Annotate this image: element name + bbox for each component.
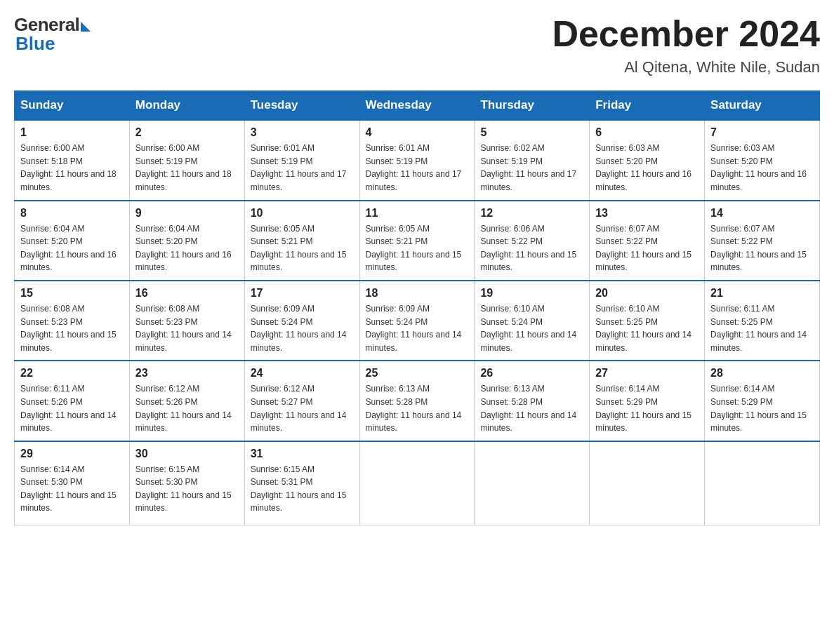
calendar-cell: 4Sunrise: 6:01 AMSunset: 5:19 PMDaylight…: [359, 120, 475, 200]
day-number: 3: [251, 126, 354, 139]
calendar-cell: 26Sunrise: 6:13 AMSunset: 5:28 PMDayligh…: [475, 361, 590, 441]
day-number: 16: [135, 287, 239, 300]
day-info: Sunrise: 6:10 AMSunset: 5:25 PMDaylight:…: [595, 302, 699, 354]
day-info: Sunrise: 6:15 AMSunset: 5:31 PMDaylight:…: [251, 463, 354, 515]
calendar-cell: [475, 441, 590, 525]
day-info: Sunrise: 6:11 AMSunset: 5:26 PMDaylight:…: [20, 382, 124, 434]
calendar-cell: 5Sunrise: 6:02 AMSunset: 5:19 PMDaylight…: [475, 120, 590, 200]
day-info: Sunrise: 6:01 AMSunset: 5:19 PMDaylight:…: [251, 142, 354, 194]
day-number: 13: [595, 207, 699, 220]
calendar-header-saturday: Saturday: [705, 91, 820, 121]
day-number: 14: [710, 207, 814, 220]
day-number: 9: [135, 207, 239, 220]
day-info: Sunrise: 6:08 AMSunset: 5:23 PMDaylight:…: [20, 302, 124, 354]
day-number: 28: [710, 367, 814, 380]
calendar-cell: 8Sunrise: 6:04 AMSunset: 5:20 PMDaylight…: [15, 201, 130, 281]
calendar-header-friday: Friday: [590, 91, 705, 121]
calendar-header-wednesday: Wednesday: [359, 91, 475, 121]
calendar-week-row: 29Sunrise: 6:14 AMSunset: 5:30 PMDayligh…: [15, 441, 820, 525]
calendar-cell: 3Sunrise: 6:01 AMSunset: 5:19 PMDaylight…: [244, 120, 359, 200]
day-number: 15: [20, 287, 124, 300]
calendar-cell: 25Sunrise: 6:13 AMSunset: 5:28 PMDayligh…: [359, 361, 475, 441]
day-number: 5: [480, 126, 583, 139]
calendar-cell: [590, 441, 705, 525]
logo: General Blue: [14, 14, 91, 55]
day-number: 2: [135, 126, 239, 139]
calendar-header-sunday: Sunday: [15, 91, 130, 121]
calendar-cell: 21Sunrise: 6:11 AMSunset: 5:25 PMDayligh…: [705, 281, 820, 361]
day-number: 7: [710, 126, 814, 139]
day-info: Sunrise: 6:13 AMSunset: 5:28 PMDaylight:…: [366, 382, 469, 434]
header: General Blue December 2024 Al Qitena, Wh…: [14, 14, 820, 76]
calendar-cell: [705, 441, 820, 525]
calendar-cell: 7Sunrise: 6:03 AMSunset: 5:20 PMDaylight…: [705, 120, 820, 200]
day-number: 19: [480, 287, 583, 300]
calendar-cell: 17Sunrise: 6:09 AMSunset: 5:24 PMDayligh…: [244, 281, 359, 361]
calendar-cell: 1Sunrise: 6:00 AMSunset: 5:18 PMDaylight…: [15, 120, 130, 200]
day-info: Sunrise: 6:12 AMSunset: 5:27 PMDaylight:…: [251, 382, 354, 434]
day-number: 31: [251, 448, 354, 460]
month-title: December 2024: [552, 14, 820, 54]
calendar-cell: 16Sunrise: 6:08 AMSunset: 5:23 PMDayligh…: [129, 281, 244, 361]
day-number: 30: [135, 448, 239, 460]
logo-arrow-icon: [81, 22, 91, 32]
day-number: 10: [251, 207, 354, 220]
day-number: 23: [135, 367, 239, 380]
calendar-cell: 18Sunrise: 6:09 AMSunset: 5:24 PMDayligh…: [359, 281, 475, 361]
logo-blue-text: Blue: [15, 33, 55, 55]
day-number: 17: [251, 287, 354, 300]
day-info: Sunrise: 6:14 AMSunset: 5:30 PMDaylight:…: [20, 463, 124, 515]
calendar-week-row: 15Sunrise: 6:08 AMSunset: 5:23 PMDayligh…: [15, 281, 820, 361]
day-number: 27: [595, 367, 699, 380]
calendar-header-monday: Monday: [129, 91, 244, 121]
calendar-cell: 20Sunrise: 6:10 AMSunset: 5:25 PMDayligh…: [590, 281, 705, 361]
day-number: 22: [20, 367, 124, 380]
day-info: Sunrise: 6:05 AMSunset: 5:21 PMDaylight:…: [251, 222, 354, 274]
day-info: Sunrise: 6:09 AMSunset: 5:24 PMDaylight:…: [366, 302, 469, 354]
day-number: 4: [366, 126, 469, 139]
day-info: Sunrise: 6:07 AMSunset: 5:22 PMDaylight:…: [595, 222, 699, 274]
calendar-cell: 19Sunrise: 6:10 AMSunset: 5:24 PMDayligh…: [475, 281, 590, 361]
day-number: 26: [480, 367, 583, 380]
calendar-cell: 14Sunrise: 6:07 AMSunset: 5:22 PMDayligh…: [705, 201, 820, 281]
day-info: Sunrise: 6:00 AMSunset: 5:19 PMDaylight:…: [135, 142, 239, 194]
calendar-header-thursday: Thursday: [475, 91, 590, 121]
day-number: 29: [20, 448, 124, 460]
day-number: 18: [366, 287, 469, 300]
calendar-cell: 12Sunrise: 6:06 AMSunset: 5:22 PMDayligh…: [475, 201, 590, 281]
calendar-cell: 28Sunrise: 6:14 AMSunset: 5:29 PMDayligh…: [705, 361, 820, 441]
calendar-header-row: SundayMondayTuesdayWednesdayThursdayFrid…: [15, 91, 820, 121]
calendar-cell: 27Sunrise: 6:14 AMSunset: 5:29 PMDayligh…: [590, 361, 705, 441]
day-number: 21: [710, 287, 814, 300]
day-number: 20: [595, 287, 699, 300]
calendar-cell: 15Sunrise: 6:08 AMSunset: 5:23 PMDayligh…: [15, 281, 130, 361]
calendar-cell: 2Sunrise: 6:00 AMSunset: 5:19 PMDaylight…: [129, 120, 244, 200]
location-title: Al Qitena, White Nile, Sudan: [552, 58, 820, 76]
calendar-header-tuesday: Tuesday: [244, 91, 359, 121]
day-info: Sunrise: 6:04 AMSunset: 5:20 PMDaylight:…: [20, 222, 124, 274]
title-area: December 2024 Al Qitena, White Nile, Sud…: [552, 14, 820, 76]
calendar-cell: 29Sunrise: 6:14 AMSunset: 5:30 PMDayligh…: [15, 441, 130, 525]
day-info: Sunrise: 6:03 AMSunset: 5:20 PMDaylight:…: [595, 142, 699, 194]
calendar-cell: [359, 441, 475, 525]
day-info: Sunrise: 6:09 AMSunset: 5:24 PMDaylight:…: [251, 302, 354, 354]
day-info: Sunrise: 6:15 AMSunset: 5:30 PMDaylight:…: [135, 463, 239, 515]
day-info: Sunrise: 6:07 AMSunset: 5:22 PMDaylight:…: [710, 222, 814, 274]
day-info: Sunrise: 6:10 AMSunset: 5:24 PMDaylight:…: [480, 302, 583, 354]
calendar-cell: 23Sunrise: 6:12 AMSunset: 5:26 PMDayligh…: [129, 361, 244, 441]
day-info: Sunrise: 6:05 AMSunset: 5:21 PMDaylight:…: [366, 222, 469, 274]
day-number: 6: [595, 126, 699, 139]
calendar-cell: 22Sunrise: 6:11 AMSunset: 5:26 PMDayligh…: [15, 361, 130, 441]
day-info: Sunrise: 6:08 AMSunset: 5:23 PMDaylight:…: [135, 302, 239, 354]
calendar-cell: 31Sunrise: 6:15 AMSunset: 5:31 PMDayligh…: [244, 441, 359, 525]
calendar-week-row: 1Sunrise: 6:00 AMSunset: 5:18 PMDaylight…: [15, 120, 820, 200]
day-info: Sunrise: 6:14 AMSunset: 5:29 PMDaylight:…: [710, 382, 814, 434]
day-info: Sunrise: 6:00 AMSunset: 5:18 PMDaylight:…: [20, 142, 124, 194]
day-number: 11: [366, 207, 469, 220]
calendar-cell: 13Sunrise: 6:07 AMSunset: 5:22 PMDayligh…: [590, 201, 705, 281]
day-number: 8: [20, 207, 124, 220]
day-info: Sunrise: 6:12 AMSunset: 5:26 PMDaylight:…: [135, 382, 239, 434]
day-info: Sunrise: 6:14 AMSunset: 5:29 PMDaylight:…: [595, 382, 699, 434]
day-number: 1: [20, 126, 124, 139]
calendar-cell: 30Sunrise: 6:15 AMSunset: 5:30 PMDayligh…: [129, 441, 244, 525]
